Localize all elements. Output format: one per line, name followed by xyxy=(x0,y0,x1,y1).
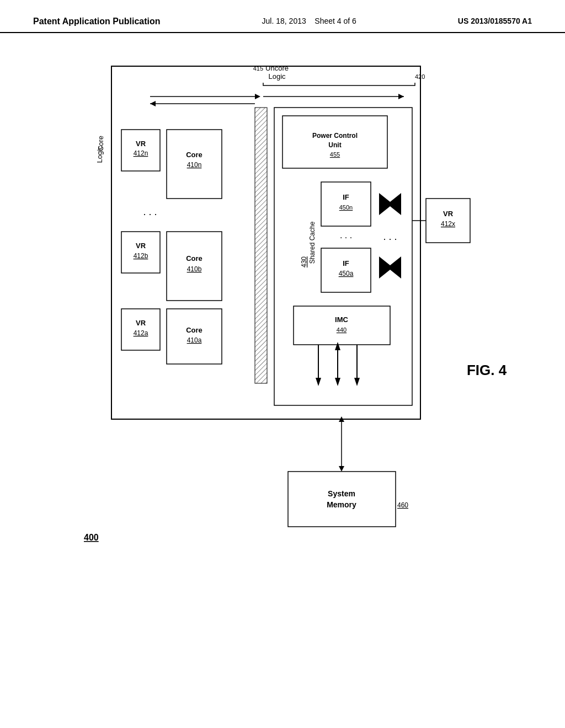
diagram-container: Core Logic Uncore Logic 415 420 VR 412n … xyxy=(40,33,525,684)
sys-mem-num: 460 xyxy=(397,501,408,509)
core-410a-num: 410a xyxy=(187,336,202,344)
vr-412x-label: VR xyxy=(443,210,454,218)
if-450a-num: 450a xyxy=(339,270,354,277)
vr-412n-num: 412n xyxy=(134,149,148,157)
diagram-number: 400 xyxy=(84,533,99,542)
pcu-label2: Unit xyxy=(328,141,341,149)
dots-1: . . . xyxy=(143,206,157,217)
svg-marker-31 xyxy=(335,342,340,350)
svg-rect-20 xyxy=(294,306,390,345)
pcu-label: Power Control xyxy=(312,132,358,140)
patent-diagram: Core Logic Uncore Logic 415 420 VR 412n … xyxy=(40,33,536,684)
core-410n-num: 410n xyxy=(187,161,202,169)
svg-marker-24 xyxy=(387,256,401,279)
vr-412x-num: 412x xyxy=(441,220,455,228)
sheet-info: Sheet 4 of 6 xyxy=(315,17,356,25)
if-450n-num: 450n xyxy=(339,204,353,211)
system-memory-label: System xyxy=(328,489,355,498)
svg-rect-13 xyxy=(255,108,267,383)
core-410n-label: Core xyxy=(186,151,202,159)
shared-cache-num: 430 xyxy=(300,256,308,267)
core-logic-label2: Logic xyxy=(95,146,104,163)
uncore-label2: Logic xyxy=(268,72,286,81)
svg-marker-33 xyxy=(354,378,360,386)
svg-marker-4 xyxy=(150,101,156,106)
dots-3: . . . xyxy=(383,231,397,242)
svg-marker-6 xyxy=(398,94,404,99)
vr-412a-label: VR xyxy=(136,319,146,327)
core-410a-label: Core xyxy=(186,326,202,334)
svg-marker-2 xyxy=(255,94,260,99)
vr-412b-label: VR xyxy=(136,242,146,250)
publication-date-sheet: Jul. 18, 2013 Sheet 4 of 6 xyxy=(262,17,356,25)
page-header: Patent Application Publication Jul. 18, … xyxy=(0,0,565,33)
core-410b-label: Core xyxy=(186,254,202,263)
shared-cache-label: Shared Cache xyxy=(308,221,316,264)
svg-marker-22 xyxy=(387,193,401,215)
svg-rect-37 xyxy=(288,472,396,527)
svg-marker-30 xyxy=(335,378,340,386)
if-450a-label: IF xyxy=(343,259,349,267)
pcu-num: 455 xyxy=(330,151,340,158)
core-410b-num: 410b xyxy=(187,265,202,273)
imc-num: 440 xyxy=(337,326,347,333)
vr-412a-num: 412a xyxy=(134,329,148,337)
uncore-420: 420 xyxy=(415,73,425,80)
vr-412b-num: 412b xyxy=(134,252,148,260)
svg-marker-36 xyxy=(339,466,344,472)
publication-title: Patent Application Publication xyxy=(33,17,161,26)
patent-number: US 2013/0185570 A1 xyxy=(458,17,532,25)
system-memory-label2: Memory xyxy=(327,500,356,509)
uncore-label: Uncore xyxy=(265,64,289,72)
publication-date: Jul. 18, 2013 xyxy=(262,17,306,25)
uncore-415: 415 xyxy=(253,65,263,72)
dots-2: . . . xyxy=(340,231,352,240)
svg-rect-15 xyxy=(274,108,412,405)
svg-marker-28 xyxy=(316,378,321,386)
if-450n-label: IF xyxy=(343,193,349,201)
imc-label: IMC xyxy=(335,315,348,324)
vr-412n-label: VR xyxy=(136,140,146,148)
fig-label: FIG. 4 xyxy=(467,362,507,378)
